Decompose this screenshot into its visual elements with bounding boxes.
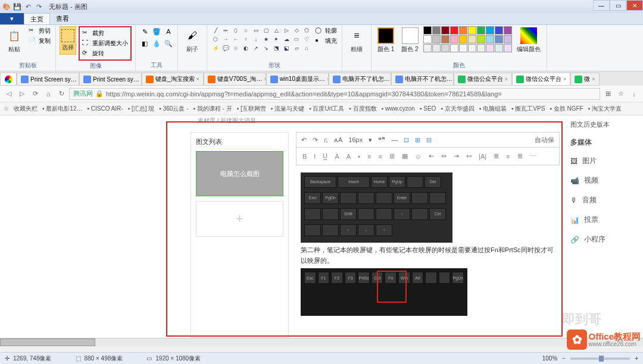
sidebar-item[interactable]: 🎙音频 [570, 190, 638, 210]
bookmark-item[interactable]: ▪ 搬瓦工VPS [511, 105, 545, 113]
color-swatch[interactable] [441, 26, 450, 34]
horizontal-scrollbar[interactable] [0, 338, 643, 346]
color-swatch[interactable] [432, 26, 441, 34]
outline-button[interactable]: ◯轮廓 [314, 26, 338, 36]
redo-button[interactable]: ↷ [313, 136, 318, 144]
browser-tab[interactable]: Print Screen sy…× [79, 73, 142, 86]
shape-gallery[interactable]: ╱⬰⬯○▭▢△▷◇⬠ ⬡→←↑↓★✦☁⬭♡ ⚡💬☆◐↗↘⬔⬕▱⌂ [211, 26, 311, 52]
text-icon[interactable]: A [163, 26, 174, 37]
crop-button[interactable]: ✂裁剪 [81, 29, 129, 38]
breadcrumb-a[interactable]: 素材库 [198, 117, 216, 124]
format-button[interactable]: B [301, 153, 308, 160]
color-swatch[interactable] [495, 26, 503, 34]
format-button[interactable]: ≣ [492, 152, 500, 160]
bookmark-item[interactable]: ▪ 电脑组装 [479, 105, 507, 113]
format-button[interactable]: ⇤ [427, 152, 435, 160]
format-button[interactable]: ▦ [401, 152, 409, 160]
tab-close-icon[interactable]: × [505, 76, 508, 82]
color-swatch[interactable] [504, 44, 512, 52]
browser-tab[interactable]: 电脑开不了机怎…× [391, 73, 454, 86]
back-button[interactable]: ◁ [4, 89, 14, 99]
color-swatch[interactable] [432, 44, 441, 52]
color-swatch[interactable] [432, 35, 441, 43]
color1-button[interactable]: 颜色 1 [375, 26, 397, 55]
bookmark-item[interactable]: ▪ 最新电影12… [42, 105, 82, 113]
browser-tab[interactable]: Print Screen sy…× [17, 73, 79, 86]
browser-tab[interactable]: 键盘_淘宝搜索× [142, 73, 204, 86]
bookmark-item[interactable]: ▪ 百度Url工具 [309, 105, 344, 113]
qr-icon[interactable]: ⊞ [603, 89, 613, 99]
redo-icon[interactable]: ↷ [35, 2, 43, 11]
brush-button[interactable]: 🖌 刷子 [182, 26, 203, 55]
paste-button[interactable]: 📋 粘贴 [4, 26, 25, 55]
format-button[interactable]: • [357, 153, 361, 160]
format-button[interactable]: |A| [477, 153, 488, 160]
color-swatch[interactable] [468, 26, 476, 34]
pencil-icon[interactable]: ✎ [139, 26, 150, 37]
browser-tab[interactable]: 微信公众平台× [512, 73, 570, 86]
format-button[interactable]: ☺ [414, 153, 423, 160]
history-link[interactable]: 图文历史版本 [570, 120, 638, 129]
browser-tab[interactable]: 电脑开不了机怎…× [329, 73, 391, 86]
select-button[interactable]: 选择 [60, 26, 76, 55]
zoom-slider[interactable] [570, 357, 630, 360]
bookmark-item[interactable]: ▪ 流量与关键 [271, 105, 304, 113]
color-swatch[interactable] [486, 44, 494, 52]
format-button[interactable]: ≣ [516, 152, 524, 160]
format-button[interactable]: ⇔ [440, 152, 448, 160]
format-button[interactable]: ↤ [465, 152, 473, 160]
color-swatch[interactable] [459, 26, 467, 34]
close-button[interactable]: ✕ [626, 0, 643, 11]
download-icon[interactable]: ↓ [629, 89, 639, 99]
color-swatch[interactable] [486, 35, 494, 43]
sidebar-item[interactable]: 🔗小程序 [570, 230, 638, 249]
minimize-button[interactable]: — [593, 0, 610, 11]
fill-button[interactable]: ●填充 [314, 36, 338, 46]
color-swatch[interactable] [468, 44, 476, 52]
color-swatch[interactable] [423, 35, 432, 43]
forward-button[interactable]: ▷ [17, 89, 27, 99]
tab-home[interactable]: 主页 [24, 13, 50, 24]
sidebar-item[interactable]: 📊投票 [570, 210, 638, 230]
bookmark-item[interactable]: ▪ SEO [420, 105, 436, 112]
bookmark-item[interactable]: 收藏夹栏 [14, 105, 38, 113]
bookmark-item[interactable]: ▪ 京天华盛四 [441, 105, 474, 113]
sidebar-item[interactable]: 🖼图片 [570, 151, 638, 171]
bookmark-item[interactable]: ▪ 金胜 NGFF [550, 105, 583, 113]
format-button[interactable]: ≡ [377, 153, 383, 160]
editor-body[interactable]: BackspaceInsertHomePgUpDelEndPgDnEnterSh… [296, 165, 560, 323]
tab-view[interactable]: 查看 [50, 13, 75, 24]
bookmark-item[interactable]: ▪ CISCO AIR- [87, 105, 123, 112]
bookmark-item[interactable]: ▪ 360云盘 - [159, 105, 188, 113]
fill-icon[interactable]: 🪣 [151, 26, 162, 37]
color-swatch[interactable] [504, 35, 512, 43]
format-button[interactable]: A [345, 153, 352, 160]
bookmark-item[interactable]: ▪ 我的课程 - 开 [193, 105, 232, 113]
browser-logo[interactable] [0, 73, 17, 86]
bookmark-item[interactable]: ▪ [汇总] 现 [128, 105, 155, 113]
color-swatch[interactable] [495, 35, 503, 43]
color-swatch[interactable] [441, 44, 450, 52]
bookmark-item[interactable]: ▪ 淘宝大学直 [588, 105, 622, 113]
magnify-icon[interactable]: 🔍 [163, 38, 174, 49]
format-button[interactable]: U̲ [322, 152, 329, 160]
color-swatch[interactable] [477, 26, 485, 34]
picker-icon[interactable]: 💧 [151, 38, 162, 49]
scroll-thumb[interactable] [0, 338, 95, 346]
format-button[interactable]: ≡ [505, 153, 511, 160]
color-swatch[interactable] [441, 35, 450, 43]
maximize-button[interactable]: ▭ [610, 0, 626, 11]
undo-icon[interactable]: ↶ [24, 2, 32, 11]
browser-tab[interactable]: 微× [570, 73, 599, 86]
color-swatch[interactable] [486, 26, 494, 34]
format-button[interactable]: I [313, 153, 317, 160]
bookmark-item[interactable]: ▪ 百度指数 [349, 105, 376, 113]
size-button[interactable]: ≡ 粗细 [346, 26, 367, 55]
format-button[interactable]: ⋯ [529, 152, 538, 160]
color2-button[interactable]: 颜色 2 [399, 26, 420, 55]
color-palette[interactable] [423, 26, 512, 52]
url-input[interactable]: 腾讯网 🔒 https://mp.weixin.qq.com/cgi-bin/a… [69, 88, 600, 100]
resize-button[interactable]: ⛶重新调整大小 [81, 39, 129, 48]
bookmark-item[interactable]: ▪ www.cyzon [382, 105, 415, 112]
file-menu-button[interactable]: ▾ [0, 13, 24, 24]
